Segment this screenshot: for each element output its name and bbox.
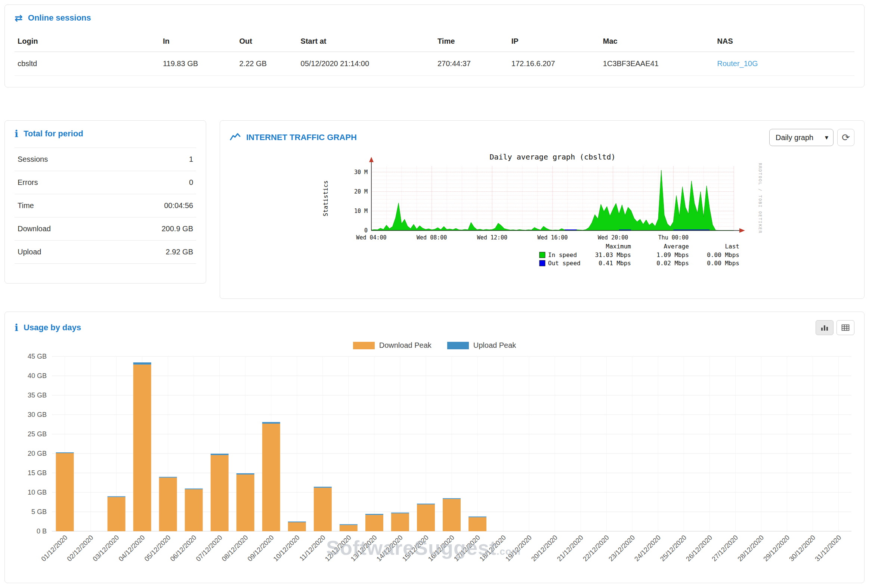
total-for-period-header: ℹ Total for period — [15, 129, 196, 139]
svg-text:Daily average graph (cbsltd): Daily average graph (cbsltd) — [489, 153, 615, 161]
svg-text:30 M: 30 M — [354, 169, 367, 176]
internet-traffic-header: INTERNET TRAFFIC GRAPH Daily graph ▾ ⟳ — [230, 129, 854, 146]
totals-label: Upload — [15, 241, 107, 264]
svg-text:Last: Last — [725, 243, 739, 250]
svg-text:25 GB: 25 GB — [28, 430, 47, 438]
svg-text:06/12/2020: 06/12/2020 — [169, 534, 198, 563]
bar-chart-icon — [820, 324, 829, 331]
svg-text:21/12/2020: 21/12/2020 — [556, 534, 585, 563]
totals-row-sessions: Sessions 1 — [15, 148, 196, 171]
col-in: In — [160, 31, 236, 52]
totals-label: Sessions — [15, 148, 107, 171]
svg-text:15 GB: 15 GB — [28, 469, 47, 477]
svg-text:17/12/2020: 17/12/2020 — [452, 534, 482, 563]
online-sessions-title: Online sessions — [28, 13, 91, 23]
svg-text:10 M: 10 M — [354, 208, 367, 215]
svg-text:10/12/2020: 10/12/2020 — [272, 534, 301, 563]
svg-text:Wed 08:00: Wed 08:00 — [417, 234, 447, 241]
totals-value: 0 — [107, 171, 196, 194]
page: ⇄ Online sessions Login In Out Start at … — [0, 0, 869, 583]
refresh-button[interactable]: ⟳ — [837, 129, 854, 146]
table-icon — [841, 324, 850, 331]
legend-label-upload: Upload Peak — [473, 341, 516, 350]
col-out: Out — [236, 31, 297, 52]
upload-swatch — [447, 342, 469, 349]
svg-text:29/12/2020: 29/12/2020 — [762, 534, 791, 563]
svg-text:31.03 Mbps: 31.03 Mbps — [595, 252, 631, 259]
svg-text:07/12/2020: 07/12/2020 — [195, 534, 224, 563]
cell-start-at: 05/12/2020 21:14:00 — [298, 52, 434, 76]
svg-text:23/12/2020: 23/12/2020 — [607, 534, 636, 563]
svg-text:11/12/2020: 11/12/2020 — [298, 534, 327, 563]
cell-in: 119.83 GB — [160, 52, 236, 76]
download-swatch — [353, 342, 375, 349]
graph-period-select[interactable]: Daily graph — [769, 129, 833, 146]
info-icon: ℹ — [15, 129, 18, 139]
line-chart-icon — [230, 133, 241, 142]
cell-mac: 1C3BF3EAAE41 — [600, 52, 714, 76]
svg-text:03/12/2020: 03/12/2020 — [92, 534, 121, 563]
traffic-controls: Daily graph ▾ ⟳ — [769, 129, 854, 146]
svg-text:Wed 12:00: Wed 12:00 — [477, 234, 507, 241]
svg-text:26/12/2020: 26/12/2020 — [684, 534, 713, 563]
svg-text:24/12/2020: 24/12/2020 — [633, 534, 662, 563]
svg-text:45 GB: 45 GB — [28, 353, 47, 360]
svg-text:28/12/2020: 28/12/2020 — [736, 534, 765, 563]
svg-text:0.02 Mbps: 0.02 Mbps — [656, 260, 689, 267]
svg-text:13/12/2020: 13/12/2020 — [349, 534, 378, 563]
cell-login: cbsltd — [15, 52, 160, 76]
transfer-arrows-icon: ⇄ — [15, 13, 23, 23]
svg-text:0 B: 0 B — [37, 527, 47, 535]
svg-text:09/12/2020: 09/12/2020 — [246, 534, 275, 563]
svg-text:0.00 Mbps: 0.00 Mbps — [707, 252, 739, 259]
cell-out: 2.22 GB — [236, 52, 297, 76]
online-sessions-panel: ⇄ Online sessions Login In Out Start at … — [4, 4, 865, 87]
svg-text:10 GB: 10 GB — [28, 489, 47, 496]
totals-value: 00:04:56 — [107, 194, 196, 218]
svg-text:0.00 Mbps: 0.00 Mbps — [707, 260, 739, 267]
usage-view-toggle — [816, 320, 854, 335]
svg-text:Wed 16:00: Wed 16:00 — [537, 234, 568, 241]
svg-text:15/12/2020: 15/12/2020 — [401, 534, 430, 563]
totals-label: Errors — [15, 171, 107, 194]
svg-text:01/12/2020: 01/12/2020 — [40, 534, 69, 563]
svg-text:05/12/2020: 05/12/2020 — [143, 534, 172, 563]
svg-text:Thu 00:00: Thu 00:00 — [658, 234, 688, 241]
totals-value: 1 — [107, 148, 196, 171]
svg-text:Wed 20:00: Wed 20:00 — [598, 234, 628, 241]
col-mac: Mac — [600, 31, 714, 52]
total-for-period-panel: ℹ Total for period Sessions 1 Errors 0 T… — [4, 120, 206, 284]
svg-text:0.41 Mbps: 0.41 Mbps — [599, 260, 631, 267]
legend-item-download: Download Peak — [353, 341, 432, 350]
totals-value: 2.92 GB — [107, 241, 196, 264]
svg-text:1.09 Mbps: 1.09 Mbps — [656, 252, 689, 259]
table-view-button[interactable] — [836, 320, 854, 335]
nas-link[interactable]: Router_10G — [717, 59, 758, 68]
legend-label-download: Download Peak — [379, 341, 432, 350]
svg-text:14/12/2020: 14/12/2020 — [375, 534, 404, 563]
col-time: Time — [434, 31, 509, 52]
graph-period-select-wrap: Daily graph ▾ — [769, 129, 833, 146]
info-icon: ℹ — [15, 323, 18, 332]
usage-by-days-title: Usage by days — [24, 323, 81, 332]
internet-traffic-title: INTERNET TRAFFIC GRAPH — [246, 133, 357, 142]
svg-text:25/12/2020: 25/12/2020 — [658, 534, 688, 563]
internet-traffic-panel: INTERNET TRAFFIC GRAPH Daily graph ▾ ⟳ D… — [219, 120, 865, 299]
svg-text:04/12/2020: 04/12/2020 — [117, 534, 147, 563]
bar-chart-view-button[interactable] — [816, 320, 833, 335]
svg-text:30 GB: 30 GB — [28, 411, 47, 418]
legend-item-upload: Upload Peak — [447, 341, 516, 350]
svg-text:Average: Average — [663, 243, 688, 250]
totals-value: 200.9 GB — [107, 218, 196, 241]
svg-text:In speed: In speed — [548, 252, 577, 259]
usage-bar-chart: 0 B5 GB10 GB15 GB20 GB25 GB30 GB35 GB40 … — [15, 351, 857, 575]
table-row: cbsltd 119.83 GB 2.22 GB 05/12/2020 21:1… — [15, 52, 854, 76]
svg-text:27/12/2020: 27/12/2020 — [710, 534, 739, 563]
svg-text:5 GB: 5 GB — [31, 508, 47, 515]
svg-text:08/12/2020: 08/12/2020 — [220, 534, 249, 563]
online-sessions-header: ⇄ Online sessions — [15, 13, 854, 23]
svg-text:16/12/2020: 16/12/2020 — [427, 534, 456, 563]
totals-row-errors: Errors 0 — [15, 171, 196, 194]
cell-time: 270:44:37 — [434, 52, 509, 76]
svg-text:Maximum: Maximum — [606, 243, 631, 250]
